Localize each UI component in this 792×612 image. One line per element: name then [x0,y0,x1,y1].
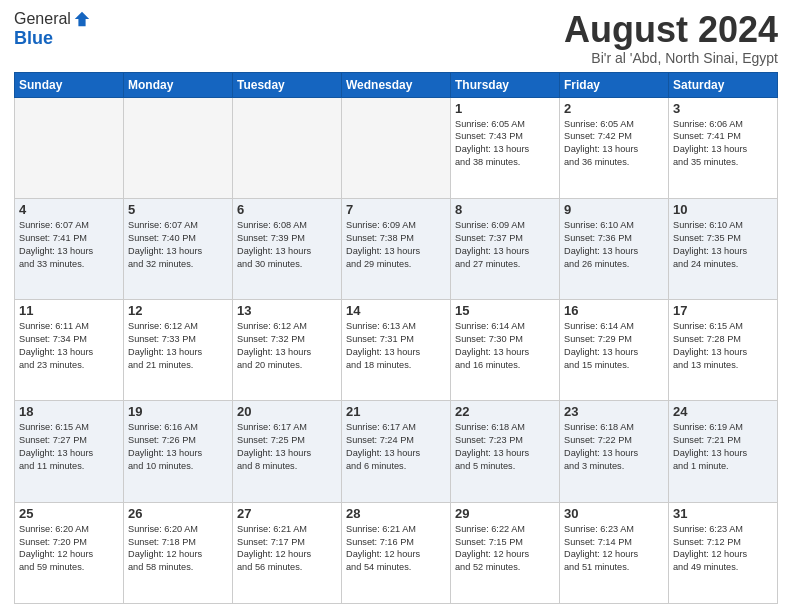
day-number: 15 [455,303,555,318]
month-title: August 2024 [564,10,778,50]
calendar-cell: 7Sunrise: 6:09 AMSunset: 7:38 PMDaylight… [342,198,451,299]
day-info: Sunrise: 6:14 AMSunset: 7:30 PMDaylight:… [455,320,555,372]
calendar-header-row: SundayMondayTuesdayWednesdayThursdayFrid… [15,72,778,97]
day-number: 1 [455,101,555,116]
day-info: Sunrise: 6:15 AMSunset: 7:27 PMDaylight:… [19,421,119,473]
day-number: 10 [673,202,773,217]
calendar-cell: 5Sunrise: 6:07 AMSunset: 7:40 PMDaylight… [124,198,233,299]
day-number: 12 [128,303,228,318]
calendar-cell: 15Sunrise: 6:14 AMSunset: 7:30 PMDayligh… [451,300,560,401]
col-header-wednesday: Wednesday [342,72,451,97]
day-number: 23 [564,404,664,419]
day-number: 3 [673,101,773,116]
day-number: 26 [128,506,228,521]
calendar-table: SundayMondayTuesdayWednesdayThursdayFrid… [14,72,778,604]
day-info: Sunrise: 6:20 AMSunset: 7:20 PMDaylight:… [19,523,119,575]
calendar-cell: 20Sunrise: 6:17 AMSunset: 7:25 PMDayligh… [233,401,342,502]
day-info: Sunrise: 6:08 AMSunset: 7:39 PMDaylight:… [237,219,337,271]
day-info: Sunrise: 6:23 AMSunset: 7:14 PMDaylight:… [564,523,664,575]
day-info: Sunrise: 6:10 AMSunset: 7:36 PMDaylight:… [564,219,664,271]
day-number: 8 [455,202,555,217]
day-number: 24 [673,404,773,419]
day-number: 4 [19,202,119,217]
col-header-monday: Monday [124,72,233,97]
calendar-cell: 17Sunrise: 6:15 AMSunset: 7:28 PMDayligh… [669,300,778,401]
calendar-week-row: 25Sunrise: 6:20 AMSunset: 7:20 PMDayligh… [15,502,778,603]
location-subtitle: Bi'r al 'Abd, North Sinai, Egypt [564,50,778,66]
day-info: Sunrise: 6:18 AMSunset: 7:23 PMDaylight:… [455,421,555,473]
title-area: August 2024 Bi'r al 'Abd, North Sinai, E… [564,10,778,66]
day-info: Sunrise: 6:18 AMSunset: 7:22 PMDaylight:… [564,421,664,473]
col-header-tuesday: Tuesday [233,72,342,97]
day-number: 6 [237,202,337,217]
svg-marker-0 [75,12,89,26]
calendar-cell [124,97,233,198]
day-number: 20 [237,404,337,419]
calendar-cell: 21Sunrise: 6:17 AMSunset: 7:24 PMDayligh… [342,401,451,502]
calendar-cell: 2Sunrise: 6:05 AMSunset: 7:42 PMDaylight… [560,97,669,198]
calendar-week-row: 4Sunrise: 6:07 AMSunset: 7:41 PMDaylight… [15,198,778,299]
calendar-cell: 18Sunrise: 6:15 AMSunset: 7:27 PMDayligh… [15,401,124,502]
logo-general-text: General [14,10,71,28]
col-header-thursday: Thursday [451,72,560,97]
day-number: 18 [19,404,119,419]
day-info: Sunrise: 6:16 AMSunset: 7:26 PMDaylight:… [128,421,228,473]
calendar-week-row: 18Sunrise: 6:15 AMSunset: 7:27 PMDayligh… [15,401,778,502]
day-number: 7 [346,202,446,217]
day-info: Sunrise: 6:09 AMSunset: 7:37 PMDaylight:… [455,219,555,271]
logo-blue-text: Blue [14,28,53,49]
calendar-cell: 19Sunrise: 6:16 AMSunset: 7:26 PMDayligh… [124,401,233,502]
day-number: 27 [237,506,337,521]
calendar-cell: 13Sunrise: 6:12 AMSunset: 7:32 PMDayligh… [233,300,342,401]
day-number: 11 [19,303,119,318]
col-header-sunday: Sunday [15,72,124,97]
day-info: Sunrise: 6:12 AMSunset: 7:33 PMDaylight:… [128,320,228,372]
calendar-cell: 16Sunrise: 6:14 AMSunset: 7:29 PMDayligh… [560,300,669,401]
day-number: 9 [564,202,664,217]
day-number: 29 [455,506,555,521]
col-header-friday: Friday [560,72,669,97]
day-number: 19 [128,404,228,419]
logo: General Blue [14,10,91,49]
day-info: Sunrise: 6:19 AMSunset: 7:21 PMDaylight:… [673,421,773,473]
day-info: Sunrise: 6:07 AMSunset: 7:41 PMDaylight:… [19,219,119,271]
calendar-cell [342,97,451,198]
calendar-cell: 24Sunrise: 6:19 AMSunset: 7:21 PMDayligh… [669,401,778,502]
calendar-cell: 14Sunrise: 6:13 AMSunset: 7:31 PMDayligh… [342,300,451,401]
day-info: Sunrise: 6:22 AMSunset: 7:15 PMDaylight:… [455,523,555,575]
day-info: Sunrise: 6:17 AMSunset: 7:25 PMDaylight:… [237,421,337,473]
calendar-cell: 26Sunrise: 6:20 AMSunset: 7:18 PMDayligh… [124,502,233,603]
day-info: Sunrise: 6:15 AMSunset: 7:28 PMDaylight:… [673,320,773,372]
calendar-cell [233,97,342,198]
calendar-cell: 27Sunrise: 6:21 AMSunset: 7:17 PMDayligh… [233,502,342,603]
day-number: 5 [128,202,228,217]
day-number: 16 [564,303,664,318]
day-info: Sunrise: 6:07 AMSunset: 7:40 PMDaylight:… [128,219,228,271]
calendar-cell [15,97,124,198]
day-info: Sunrise: 6:23 AMSunset: 7:12 PMDaylight:… [673,523,773,575]
day-info: Sunrise: 6:09 AMSunset: 7:38 PMDaylight:… [346,219,446,271]
calendar-week-row: 1Sunrise: 6:05 AMSunset: 7:43 PMDaylight… [15,97,778,198]
calendar-cell: 11Sunrise: 6:11 AMSunset: 7:34 PMDayligh… [15,300,124,401]
calendar-cell: 23Sunrise: 6:18 AMSunset: 7:22 PMDayligh… [560,401,669,502]
day-number: 14 [346,303,446,318]
calendar-cell: 28Sunrise: 6:21 AMSunset: 7:16 PMDayligh… [342,502,451,603]
day-info: Sunrise: 6:21 AMSunset: 7:16 PMDaylight:… [346,523,446,575]
header: General Blue August 2024 Bi'r al 'Abd, N… [14,10,778,66]
calendar-cell: 1Sunrise: 6:05 AMSunset: 7:43 PMDaylight… [451,97,560,198]
calendar-cell: 6Sunrise: 6:08 AMSunset: 7:39 PMDaylight… [233,198,342,299]
calendar-cell: 3Sunrise: 6:06 AMSunset: 7:41 PMDaylight… [669,97,778,198]
calendar-cell: 10Sunrise: 6:10 AMSunset: 7:35 PMDayligh… [669,198,778,299]
day-info: Sunrise: 6:13 AMSunset: 7:31 PMDaylight:… [346,320,446,372]
day-info: Sunrise: 6:12 AMSunset: 7:32 PMDaylight:… [237,320,337,372]
calendar-cell: 12Sunrise: 6:12 AMSunset: 7:33 PMDayligh… [124,300,233,401]
day-number: 17 [673,303,773,318]
calendar-cell: 30Sunrise: 6:23 AMSunset: 7:14 PMDayligh… [560,502,669,603]
calendar-cell: 29Sunrise: 6:22 AMSunset: 7:15 PMDayligh… [451,502,560,603]
day-info: Sunrise: 6:06 AMSunset: 7:41 PMDaylight:… [673,118,773,170]
day-info: Sunrise: 6:14 AMSunset: 7:29 PMDaylight:… [564,320,664,372]
calendar-cell: 22Sunrise: 6:18 AMSunset: 7:23 PMDayligh… [451,401,560,502]
day-number: 25 [19,506,119,521]
day-number: 22 [455,404,555,419]
day-info: Sunrise: 6:17 AMSunset: 7:24 PMDaylight:… [346,421,446,473]
